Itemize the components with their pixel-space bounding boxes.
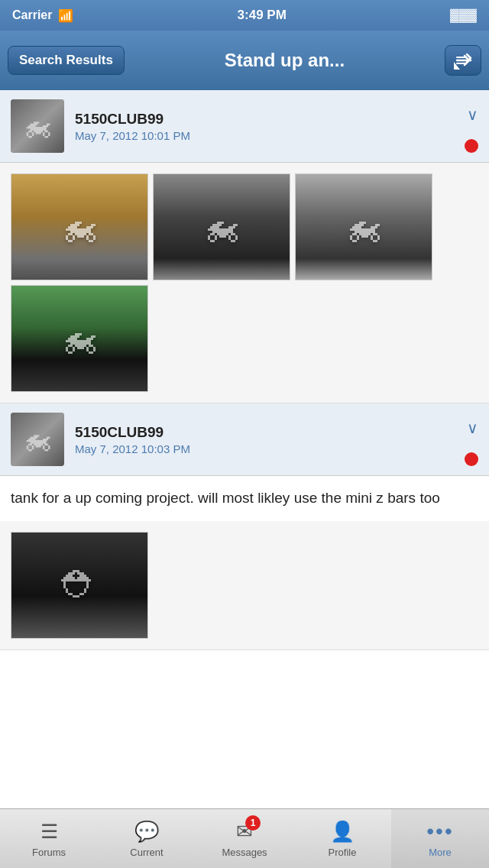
status-bar: Carrier 📶 3:49 PM ▓▓▓ [0, 0, 489, 31]
profile-icon: 👤 [330, 820, 355, 844]
battery-icon: ▓▓▓ [450, 8, 477, 22]
post-image[interactable]: ⛑ [11, 532, 148, 639]
tab-more-label: More [429, 847, 452, 858]
post-username: 5150CLUB99 [75, 111, 454, 128]
back-button[interactable]: Search Results [8, 46, 125, 75]
helmet-icon: ⛑ [61, 564, 98, 606]
tab-forums-label: Forums [32, 847, 66, 858]
share-icon [454, 51, 472, 70]
avatar: 🏍 [11, 99, 64, 153]
svg-rect-2 [456, 63, 467, 64]
status-bar-left: Carrier 📶 [12, 8, 73, 23]
expand-icon[interactable]: ∨ [467, 105, 478, 124]
avatar-image: 🏍 [11, 413, 64, 466]
red-dot-indicator [465, 452, 478, 466]
wifi-icon: 📶 [58, 8, 73, 23]
images-grid: ⛑ [11, 532, 478, 639]
avatar: 🏍 [11, 413, 64, 466]
post-meta: 5150CLUB99 May 7, 2012 10:01 PM [75, 111, 454, 142]
post-username: 5150CLUB99 [75, 424, 454, 441]
post-item: 🏍 5150CLUB99 May 7, 2012 10:01 PM ∨ 🏍 🏍 [0, 90, 489, 403]
tab-forums[interactable]: ☰ Forums [0, 809, 98, 868]
status-time: 3:49 PM [238, 8, 287, 23]
post-image[interactable]: 🏍 [295, 173, 432, 280]
messages-badge-container: ✉ 1 [236, 820, 253, 844]
tab-messages[interactable]: ✉ 1 Messages [196, 809, 293, 868]
current-icon: 💬 [134, 820, 159, 844]
post-header-right: ∨ [465, 413, 478, 466]
messages-badge: 1 [245, 815, 261, 831]
nav-bar: Search Results Stand up an... [0, 31, 489, 90]
tab-messages-label: Messages [222, 847, 267, 858]
avatar-image: 🏍 [11, 99, 64, 153]
post-header: 🏍 5150CLUB99 May 7, 2012 10:03 PM ∨ [0, 403, 489, 476]
moto-icon-3: 🏍 [345, 206, 382, 248]
share-button[interactable] [445, 45, 481, 76]
post-text: tank for a up coming project. will most … [0, 476, 489, 521]
post-image[interactable]: 🏍 [11, 285, 148, 392]
moto-icon-2: 🏍 [203, 206, 240, 248]
images-grid: 🏍 🏍 🏍 🏍 [11, 173, 478, 392]
carrier-label: Carrier [12, 8, 52, 22]
post-image[interactable]: 🏍 [153, 173, 290, 280]
content-area: 🏍 5150CLUB99 May 7, 2012 10:01 PM ∨ 🏍 🏍 [0, 90, 489, 808]
svg-rect-1 [456, 57, 467, 58]
status-bar-right: ▓▓▓ [450, 8, 477, 22]
tab-profile[interactable]: 👤 Profile [293, 809, 391, 868]
expand-icon[interactable]: ∨ [467, 419, 478, 437]
forums-icon: ☰ [40, 820, 58, 844]
post-date: May 7, 2012 10:01 PM [75, 129, 454, 142]
more-icon: ••• [426, 819, 453, 844]
tab-bar: ☰ Forums 💬 Current ✉ 1 Messages 👤 Profil… [0, 808, 489, 868]
red-dot-indicator [465, 139, 478, 153]
post-images: 🏍 🏍 🏍 🏍 [0, 163, 489, 403]
post-item: 🏍 5150CLUB99 May 7, 2012 10:03 PM ∨ tank… [0, 403, 489, 650]
post-image[interactable]: 🏍 [11, 173, 148, 280]
nav-title: Stand up an... [132, 50, 437, 71]
post-images: ⛑ [0, 521, 489, 649]
moto-icon-4: 🏍 [61, 318, 98, 360]
tab-more[interactable]: ••• More [391, 809, 489, 868]
tab-profile-label: Profile [329, 847, 357, 858]
tab-current-label: Current [130, 847, 163, 858]
post-meta: 5150CLUB99 May 7, 2012 10:03 PM [75, 424, 454, 455]
post-header: 🏍 5150CLUB99 May 7, 2012 10:01 PM ∨ [0, 90, 489, 163]
post-date: May 7, 2012 10:03 PM [75, 442, 454, 455]
post-header-right: ∨ [465, 99, 478, 153]
tab-current[interactable]: 💬 Current [98, 809, 196, 868]
moto-icon-1: 🏍 [61, 206, 98, 248]
